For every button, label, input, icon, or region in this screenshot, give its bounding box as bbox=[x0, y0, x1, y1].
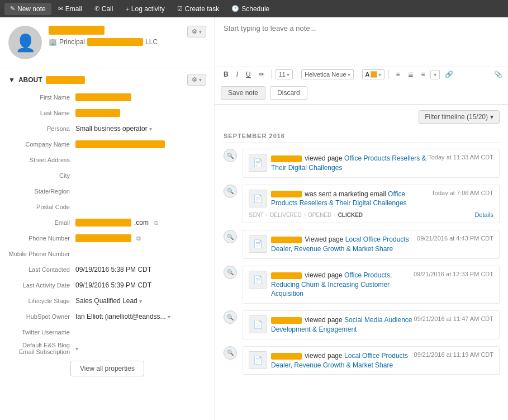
filter-timeline-button[interactable]: Filter timeline (15/20) ▾ bbox=[419, 110, 500, 124]
discard-button[interactable]: Discard bbox=[270, 86, 307, 100]
font-family-dropdown-icon: ▾ bbox=[348, 72, 350, 78]
timeline-header-content: 📄 was sent a marketing email Office Prod… bbox=[249, 190, 493, 209]
contact-name-bar-1 bbox=[271, 155, 302, 162]
city-label: City bbox=[8, 172, 75, 179]
timeline-content: 📄 viewed page Office Products, Reducing … bbox=[243, 266, 500, 304]
attach-icon[interactable]: 📎 bbox=[494, 70, 502, 78]
calendar-icon: 🕐 bbox=[231, 5, 239, 12]
twitter-label: Twitter Username bbox=[8, 329, 75, 336]
phone-value: ⧉ bbox=[75, 234, 206, 242]
note-area: B I U ✏ 11 ▾ Helvetica Neue ▾ A ▾ bbox=[215, 17, 508, 105]
timeline-container: Filter timeline (15/20) ▾ SEPTEMBER 2016… bbox=[215, 105, 508, 420]
phone-icon: ✆ bbox=[94, 5, 99, 12]
align-select[interactable]: ▾ bbox=[430, 70, 440, 79]
first-name-value bbox=[75, 93, 206, 101]
contact-name-bar-3 bbox=[271, 237, 302, 243]
blog-row: Default E&S Blog Email Subscription ▾ bbox=[8, 342, 206, 355]
pen-button[interactable]: ✏ bbox=[256, 69, 267, 79]
persona-select[interactable]: Small business operator ▾ bbox=[75, 125, 152, 133]
timeline-icon-col: 🔍 bbox=[224, 149, 237, 178]
align-button[interactable]: ≡ bbox=[419, 69, 428, 79]
note-formatting-toolbar: B I U ✏ 11 ▾ Helvetica Neue ▾ A ▾ bbox=[215, 67, 508, 82]
lifecycle-dropdown-icon: ▾ bbox=[139, 298, 142, 304]
twitter-row: Twitter Username bbox=[8, 326, 206, 338]
email-bar bbox=[75, 219, 131, 226]
avatar: 👤 bbox=[8, 26, 42, 59]
right-panel: B I U ✏ 11 ▾ Helvetica Neue ▾ A ▾ bbox=[215, 17, 508, 420]
street-label: Street Address bbox=[8, 157, 75, 163]
separator-4 bbox=[388, 70, 389, 79]
view-all-properties-button[interactable]: View all properties bbox=[70, 361, 144, 376]
ordered-list-button[interactable]: ≣ bbox=[405, 69, 416, 79]
last-activity-value: 09/19/2016 5:39 PM CDT bbox=[75, 281, 206, 289]
about-section: ▼ ABOUT ⚙ ▾ First Name Last Name bbox=[0, 68, 215, 388]
timeline-header-content: 📄 viewed page Office Products Resellers … bbox=[249, 154, 493, 173]
page-view-icon-4: 🔍 bbox=[224, 266, 237, 279]
hubspot-owner-select[interactable]: Ian Elliott (ianelliott@eandss... ▾ bbox=[75, 313, 170, 320]
timeline-item: 🔍 📄 was sent a marketing email Office Pr… bbox=[224, 185, 500, 224]
log-activity-button[interactable]: + Log activity bbox=[120, 3, 170, 15]
lifecycle-select[interactable]: Sales Qualified Lead ▾ bbox=[75, 297, 142, 305]
last-name-label: Last Name bbox=[8, 110, 75, 116]
last-name-value bbox=[75, 109, 206, 117]
schedule-button[interactable]: 🕐 Schedule bbox=[226, 3, 275, 15]
timeline-text-5: viewed page Social Media Audience Develo… bbox=[271, 315, 414, 334]
page-thumbnail-4: 📄 bbox=[249, 271, 267, 289]
color-swatch bbox=[371, 71, 377, 78]
underline-button[interactable]: U bbox=[243, 69, 254, 79]
lifecycle-label: Lifecycle Stage bbox=[8, 298, 75, 304]
italic-button[interactable]: I bbox=[234, 69, 241, 79]
postal-label: Postal Code bbox=[8, 204, 75, 210]
task-icon: ☑ bbox=[177, 5, 183, 12]
save-note-button[interactable]: Save note bbox=[221, 86, 265, 100]
page-view-icon-6: 🔍 bbox=[224, 346, 237, 360]
company-name-value bbox=[75, 140, 206, 148]
tracking-sent: SENT bbox=[249, 212, 264, 218]
gear-button[interactable]: ⚙ ▾ bbox=[187, 26, 206, 37]
gear-icon: ⚙ bbox=[192, 28, 197, 35]
unordered-list-button[interactable]: ≡ bbox=[393, 69, 402, 79]
email-button[interactable]: ✉ Email bbox=[53, 3, 88, 15]
tracking-arrow-1: › bbox=[266, 212, 268, 218]
call-button[interactable]: ✆ Call bbox=[89, 3, 119, 15]
first-name-label: First Name bbox=[8, 94, 75, 101]
font-size-select[interactable]: 11 ▾ bbox=[276, 69, 293, 79]
timeline-time-2: Today at 7:06 AM CDT bbox=[431, 190, 493, 196]
phone-external-link-icon[interactable]: ⧉ bbox=[136, 235, 141, 242]
contact-name-bar-6 bbox=[271, 353, 302, 360]
timeline-item: 🔍 📄 Viewed page Local Office Products De… bbox=[224, 230, 500, 259]
timeline-text-6: viewed page Local Office Products Dealer… bbox=[271, 351, 414, 370]
note-textarea[interactable] bbox=[215, 17, 508, 65]
new-note-button[interactable]: ✎ New note bbox=[4, 3, 51, 15]
email-label: Email bbox=[8, 219, 75, 226]
last-activity-row: Last Activity Date 09/19/2016 5:39 PM CD… bbox=[8, 279, 206, 291]
bold-button[interactable]: B bbox=[221, 69, 231, 79]
email-external-link-icon[interactable]: ⧉ bbox=[154, 219, 158, 226]
timeline-content: 📄 was sent a marketing email Office Prod… bbox=[243, 185, 500, 224]
main-layout: 👤 🏢 Principal LLC ⚙ ▾ ▼ ABO bbox=[0, 17, 508, 420]
timeline-body: 📄 viewed page Local Office Products Deal… bbox=[249, 351, 414, 370]
hubspot-owner-label: HubSpot Owner bbox=[8, 313, 75, 320]
persona-row: Persona Small business operator ▾ bbox=[8, 122, 206, 135]
hubspot-owner-row: HubSpot Owner Ian Elliott (ianelliott@ea… bbox=[8, 310, 206, 323]
timeline-text-3: Viewed page Local Office Products Dealer… bbox=[271, 235, 417, 254]
timeline-header-content: 📄 viewed page Social Media Audience Deve… bbox=[249, 315, 493, 334]
text-color-button[interactable]: A ▾ bbox=[362, 69, 385, 79]
about-gear-button[interactable]: ⚙ ▾ bbox=[187, 74, 206, 86]
mobile-row: Mobile Phone Number bbox=[8, 248, 206, 260]
postal-row: Postal Code bbox=[8, 201, 206, 213]
font-size-dropdown-icon: ▾ bbox=[287, 72, 289, 78]
font-family-select[interactable]: Helvetica Neue ▾ bbox=[301, 69, 354, 79]
email-icon: ✉ bbox=[58, 5, 63, 12]
blog-dropdown-icon: ▾ bbox=[75, 346, 78, 352]
create-task-button[interactable]: ☑ Create task bbox=[172, 3, 225, 15]
timeline-body: 📄 viewed page Office Products Resellers … bbox=[249, 154, 428, 173]
link-button[interactable]: 🔗 bbox=[442, 69, 456, 79]
details-link[interactable]: Details bbox=[474, 211, 493, 218]
page-view-icon-5: 🔍 bbox=[224, 310, 237, 324]
company-name-bar bbox=[87, 38, 143, 46]
timeline-content: 📄 viewed page Local Office Products Deal… bbox=[243, 346, 500, 375]
briefcase-icon: 🏢 bbox=[49, 38, 57, 46]
last-contacted-value: 09/19/2016 5:38 PM CDT bbox=[75, 266, 206, 273]
about-header: ▼ ABOUT ⚙ ▾ bbox=[8, 74, 206, 86]
